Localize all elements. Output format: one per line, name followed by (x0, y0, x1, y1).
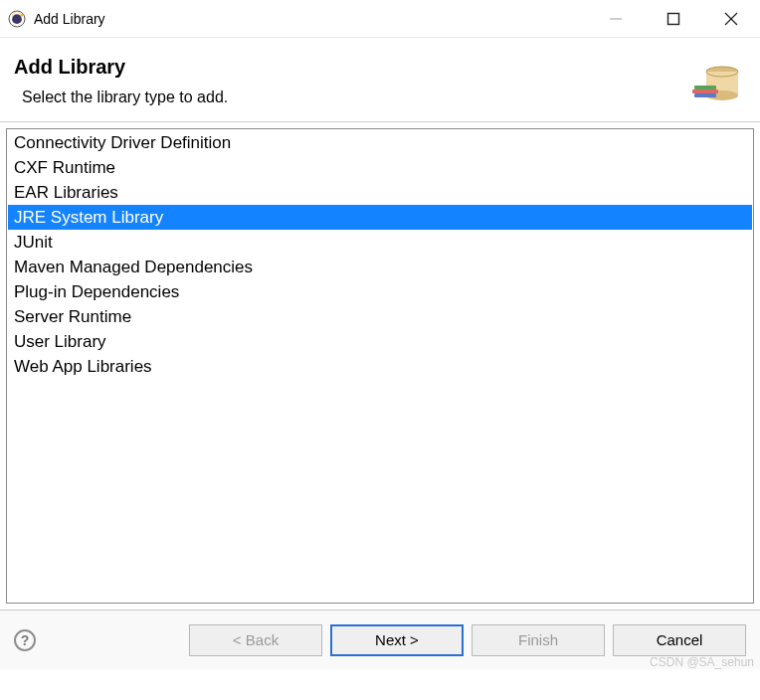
list-item[interactable]: Server Runtime (8, 304, 752, 329)
svg-rect-4 (668, 13, 679, 24)
list-item[interactable]: User Library (8, 329, 752, 354)
list-item[interactable]: Web App Libraries (8, 354, 752, 379)
header-text: Add Library Select the library type to a… (14, 56, 686, 106)
finish-button[interactable]: Finish (472, 624, 605, 656)
help-button[interactable]: ? (14, 629, 36, 651)
content-area: Connectivity Driver DefinitionCXF Runtim… (0, 122, 760, 610)
wizard-header: Add Library Select the library type to a… (0, 38, 760, 121)
page-description: Select the library type to add. (22, 88, 686, 106)
svg-rect-12 (692, 89, 718, 93)
svg-rect-13 (694, 93, 716, 97)
maximize-button[interactable] (645, 0, 702, 37)
list-item[interactable]: JUnit (8, 230, 752, 255)
list-item[interactable]: Connectivity Driver Definition (8, 130, 752, 155)
button-bar: ? < Back Next > Finish Cancel CSDN @SA_s… (0, 610, 760, 669)
library-wizard-icon (686, 52, 742, 107)
window-controls (587, 0, 760, 37)
library-type-list[interactable]: Connectivity Driver DefinitionCXF Runtim… (6, 128, 754, 604)
cancel-button[interactable]: Cancel (613, 624, 746, 656)
eclipse-icon (8, 10, 26, 28)
window-title: Add Library (34, 11, 105, 27)
svg-point-2 (21, 13, 24, 16)
list-item[interactable]: CXF Runtime (8, 155, 752, 180)
next-button[interactable]: Next > (330, 624, 464, 656)
list-item[interactable]: JRE System Library (8, 205, 752, 230)
watermark: CSDN @SA_sehun (650, 655, 754, 669)
svg-rect-11 (694, 86, 716, 89)
list-item[interactable]: Maven Managed Dependencies (8, 255, 752, 279)
titlebar: Add Library (0, 0, 760, 38)
close-button[interactable] (702, 0, 760, 37)
list-item[interactable]: Plug-in Dependencies (8, 279, 752, 304)
back-button[interactable]: < Back (189, 624, 322, 656)
list-item[interactable]: EAR Libraries (8, 180, 752, 205)
wizard-buttons: < Back Next > Finish Cancel (189, 624, 746, 656)
page-title: Add Library (14, 56, 686, 79)
minimize-button[interactable] (587, 0, 645, 37)
